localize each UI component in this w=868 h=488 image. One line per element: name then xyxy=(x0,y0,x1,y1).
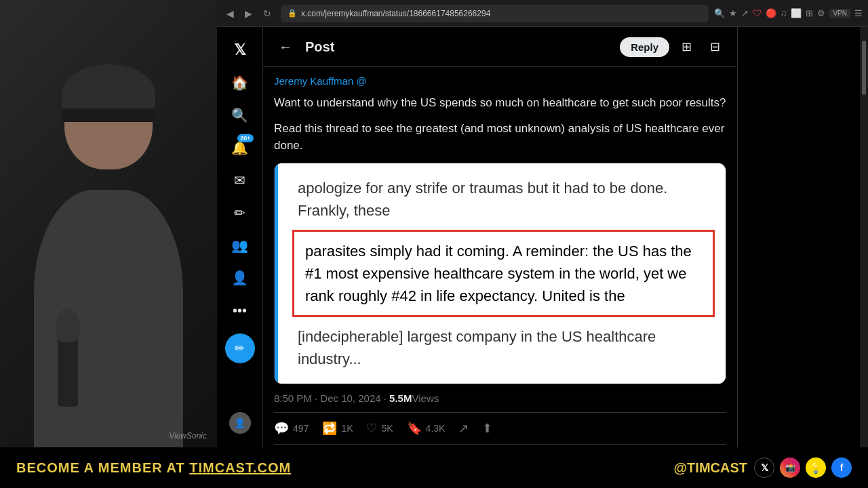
post-content: Jeremy Kauffman @ Want to understand why… xyxy=(263,67,737,447)
quote-post-text: [indecipherable] largest company in the … xyxy=(287,317,720,378)
beanie-band xyxy=(62,108,155,122)
webcam-feed: ViewSonic xyxy=(0,0,217,447)
quote-box-inner: apologize for any strife or traumas but … xyxy=(275,163,726,384)
quote-content: apologize for any strife or traumas but … xyxy=(275,163,726,384)
author-name[interactable]: Jeremy Kauffman @ xyxy=(274,75,726,89)
home-icon: 🏠 xyxy=(231,75,248,91)
bottom-right-section: @TIMCAST 𝕏 📸 💡 f xyxy=(674,458,852,478)
become-member-prefix: BECOME A MEMBER AT xyxy=(16,460,189,475)
music-icon[interactable]: ♫ xyxy=(781,8,787,18)
reply-button[interactable]: Reply xyxy=(620,37,669,57)
extension-icon[interactable]: 🔴 xyxy=(766,8,776,18)
right-panel xyxy=(738,27,860,447)
layout-button[interactable]: ⊟ xyxy=(703,35,726,58)
page-title: Post xyxy=(305,39,334,55)
comment-count: 497 xyxy=(293,423,309,434)
tab-icon[interactable]: ⬜ xyxy=(791,8,802,18)
compose-icon: ✏ xyxy=(235,341,245,356)
views-count: 5.5M xyxy=(389,392,412,404)
youtube-social-icon[interactable]: 💡 xyxy=(806,458,826,478)
compose-button[interactable]: ✏ xyxy=(225,333,255,363)
search-icon: 🔍 xyxy=(231,107,248,123)
communities-icon: 👥 xyxy=(231,237,248,253)
post-timestamp: 8:50 PM · Dec 10, 2024 · 5.5MViews xyxy=(274,392,726,404)
sidebar-item-notifications[interactable]: 🔔 20+ xyxy=(225,133,255,163)
like-action[interactable]: ♡ 5K xyxy=(366,421,393,436)
heart-icon: ♡ xyxy=(366,421,377,436)
star-icon[interactable]: ★ xyxy=(729,8,737,18)
bookmark-count: 4.3K xyxy=(426,423,446,434)
vpn-badge[interactable]: VPN xyxy=(829,9,850,18)
filter-button[interactable]: ⊞ xyxy=(675,35,698,58)
shield-icon[interactable]: 🛡 xyxy=(753,8,762,18)
post-text-2: Read this thread to see the greatest (an… xyxy=(274,120,726,155)
url-text: x.com/jeremykauffman/status/186666174856… xyxy=(301,9,702,18)
upload-icon: ⬆ xyxy=(482,421,492,436)
mic-head xyxy=(56,308,80,342)
post-text-1: Want to understand why the US spends so … xyxy=(274,94,726,112)
like-count: 5K xyxy=(381,423,393,434)
filter-icon: ⊞ xyxy=(682,39,692,54)
user-avatar[interactable]: 👤 xyxy=(229,412,251,434)
twitter-container: 𝕏 🏠 🔍 🔔 20+ ✉ ✏ 👥 xyxy=(217,27,868,447)
quote-box: apologize for any strife or traumas but … xyxy=(274,163,726,384)
share-action[interactable]: ↗ xyxy=(458,421,469,436)
sidebar-item-search[interactable]: 🔍 xyxy=(225,100,255,130)
highlighted-section: parasites simply had it coming. A remind… xyxy=(292,230,715,317)
sidebar-item-communities[interactable]: 👥 xyxy=(225,230,255,260)
post-header-right: Reply ⊞ ⊟ xyxy=(620,35,726,58)
upload-action[interactable]: ⬆ xyxy=(482,421,492,436)
sidebar-item-more[interactable]: ••• xyxy=(225,296,255,325)
sidebar-item-messages[interactable]: ✉ xyxy=(225,165,255,195)
twitter-x-social-icon[interactable]: 𝕏 xyxy=(754,458,774,478)
timcast-url[interactable]: TIMCAST.COM xyxy=(189,460,291,475)
sidebar-item-profile[interactable]: 👤 xyxy=(225,263,255,293)
webcam-panel: ViewSonic xyxy=(0,0,217,447)
post-header-left: ← Post xyxy=(274,35,334,58)
share-icon[interactable]: ↗ xyxy=(741,8,749,18)
scrollbar[interactable] xyxy=(860,27,868,447)
social-icons-row: 𝕏 📸 💡 f xyxy=(754,458,852,478)
layout-icon: ⊟ xyxy=(710,39,720,54)
share-arrow-icon: ↗ xyxy=(458,421,469,436)
grid-icon[interactable]: ⊞ xyxy=(806,8,813,18)
views-label: Views xyxy=(412,392,439,404)
profile-icon: 👤 xyxy=(231,270,248,286)
browser-toolbar-icons: 🔍 ★ ↗ 🛡 🔴 ♫ ⬜ ⊞ ⚙ VPN ☰ xyxy=(714,8,863,18)
bookmark-icon: 🔖 xyxy=(407,421,422,436)
post-actions-bar: 💬 497 🔁 1K ♡ 5K 🔖 4.3 xyxy=(274,412,726,445)
nav-refresh-button[interactable]: ↻ xyxy=(259,7,275,20)
x-logo-icon[interactable]: 𝕏 xyxy=(225,35,255,65)
person-figure xyxy=(20,54,197,447)
become-member-text: BECOME A MEMBER AT TIMCAST.COM xyxy=(16,460,291,476)
bookmarks-icon: ✏ xyxy=(234,205,245,221)
sidebar-item-home[interactable]: 🏠 xyxy=(225,68,255,98)
retweet-icon: 🔁 xyxy=(322,421,337,436)
search-browser-icon[interactable]: 🔍 xyxy=(714,8,725,18)
retweet-count: 1K xyxy=(341,423,353,434)
facebook-social-icon[interactable]: f xyxy=(831,458,852,478)
settings-icon[interactable]: ⚙ xyxy=(817,8,825,18)
comment-action[interactable]: 💬 497 xyxy=(274,421,309,436)
retweet-action[interactable]: 🔁 1K xyxy=(322,421,353,436)
nav-back-button[interactable]: ◀ xyxy=(222,7,238,20)
quote-highlighted-text: parasites simply had it coming. A remind… xyxy=(294,232,713,315)
notification-count-badge: 20+ xyxy=(237,134,253,142)
more-icon: ••• xyxy=(233,303,247,319)
quote-pre-text: apologize for any strife or traumas but … xyxy=(287,169,720,230)
back-button[interactable]: ← xyxy=(274,35,297,58)
browser-panel: ◀ ▶ ↻ 🔒 x.com/jeremykauffman/status/1866… xyxy=(217,0,868,447)
bottom-bar: BECOME A MEMBER AT TIMCAST.COM @TIMCAST … xyxy=(0,447,868,488)
nav-buttons: ◀ ▶ ↻ xyxy=(222,7,275,20)
menu-icon[interactable]: ☰ xyxy=(854,8,863,18)
browser-chrome: ◀ ▶ ↻ 🔒 x.com/jeremykauffman/status/1866… xyxy=(217,0,868,27)
instagram-social-icon[interactable]: 📸 xyxy=(780,458,800,478)
sidebar-item-bookmarks[interactable]: ✏ xyxy=(225,198,255,228)
nav-forward-button[interactable]: ▶ xyxy=(241,7,256,20)
post-header: ← Post Reply ⊞ ⊟ xyxy=(263,27,737,67)
bookmark-action[interactable]: 🔖 4.3K xyxy=(407,421,446,436)
address-bar[interactable]: 🔒 x.com/jeremykauffman/status/1866661748… xyxy=(281,5,709,22)
comment-icon: 💬 xyxy=(274,421,289,436)
scrollbar-thumb[interactable] xyxy=(862,41,866,95)
microphone xyxy=(58,325,78,407)
